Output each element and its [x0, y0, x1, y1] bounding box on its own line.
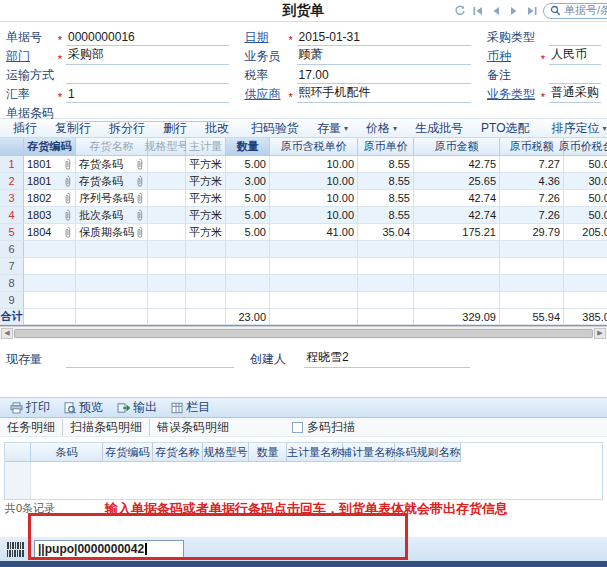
multicode-scan-checkbox[interactable] [292, 422, 303, 433]
first-page-icon[interactable] [471, 4, 485, 18]
cell-name[interactable] [76, 275, 148, 292]
column-header-tax_price[interactable]: 原币含税单价 [270, 138, 358, 156]
cell-code[interactable] [24, 275, 76, 292]
cell-total[interactable] [564, 275, 607, 292]
field-label[interactable]: 部门 [6, 48, 54, 65]
cell-tax_price[interactable] [270, 241, 358, 258]
cell-price[interactable]: 8.55 [358, 173, 414, 190]
cell-price[interactable] [358, 258, 414, 275]
row-number[interactable]: 1 [0, 156, 24, 173]
cell-price[interactable]: 8.55 [358, 190, 414, 207]
cell-code[interactable] [24, 241, 76, 258]
cell-unit[interactable] [186, 275, 226, 292]
row-number[interactable]: 8 [0, 275, 24, 292]
field-value[interactable] [549, 31, 601, 46]
cell-total[interactable] [564, 292, 607, 309]
columns-button[interactable]: 栏目 [165, 399, 216, 416]
cell-tax_price[interactable] [270, 292, 358, 309]
cell-amount[interactable] [414, 241, 500, 258]
scan-column-header[interactable]: 辅计量名称 [343, 443, 395, 462]
cell-tax[interactable]: 4.36 [500, 173, 564, 190]
cell-spec[interactable] [148, 275, 186, 292]
column-header-amount[interactable]: 原币金额 [414, 138, 500, 156]
cell-amount[interactable] [414, 292, 500, 309]
cell-code[interactable]: 1801 [24, 173, 76, 190]
cell-price[interactable]: 35.04 [358, 224, 414, 241]
cell-price[interactable] [358, 275, 414, 292]
cell-spec[interactable] [148, 258, 186, 275]
cell-tax_price[interactable] [270, 275, 358, 292]
prev-page-icon[interactable] [489, 4, 503, 18]
cell-code[interactable]: 1801 [24, 156, 76, 173]
export-button[interactable]: 输出 [111, 399, 163, 416]
cell-unit[interactable]: 平方米 [186, 156, 226, 173]
cell-qty[interactable]: 5.00 [226, 190, 270, 207]
row-number[interactable]: 5 [0, 224, 24, 241]
onhand-value[interactable] [66, 353, 234, 368]
scan-column-header[interactable]: 数量 [249, 443, 287, 462]
column-header-num[interactable] [0, 138, 24, 156]
barcode-scan-input[interactable]: ||pupo|0000000042 [34, 540, 184, 559]
field-value[interactable]: 熙环手机配件 [297, 84, 471, 103]
cell-unit[interactable] [186, 292, 226, 309]
preview-button[interactable]: 预览 [58, 399, 109, 416]
grid-toolbar-button[interactable]: 排序定位▾ [542, 120, 607, 137]
cell-tax[interactable]: 29.79 [500, 224, 564, 241]
column-header-total[interactable]: 原币价税合计 [564, 138, 607, 156]
cell-spec[interactable] [148, 173, 186, 190]
cell-tax[interactable]: 7.27 [500, 156, 564, 173]
cell-tax_price[interactable] [270, 258, 358, 275]
cell-qty[interactable]: 5.00 [226, 207, 270, 224]
cell-total[interactable] [564, 241, 607, 258]
cell-code[interactable] [24, 258, 76, 275]
scroll-right-icon[interactable]: ▶ [594, 328, 606, 339]
cell-name[interactable] [76, 258, 148, 275]
cell-unit[interactable] [186, 241, 226, 258]
cell-spec[interactable] [148, 156, 186, 173]
cell-amount[interactable]: 25.65 [414, 173, 500, 190]
row-number[interactable]: 6 [0, 241, 24, 258]
cell-amount[interactable]: 42.74 [414, 207, 500, 224]
cell-name[interactable]: 批次条码 [76, 207, 148, 224]
cell-amount[interactable] [414, 258, 500, 275]
cell-tax[interactable] [500, 258, 564, 275]
cell-price[interactable] [358, 241, 414, 258]
cell-total[interactable] [564, 258, 607, 275]
column-header-qty[interactable]: 数量 [226, 138, 270, 156]
row-number[interactable]: 4 [0, 207, 24, 224]
grid-toolbar-button[interactable]: 扫码验货 [242, 120, 308, 137]
cell-unit[interactable]: 平方米 [186, 190, 226, 207]
cell-code[interactable]: 1804 [24, 224, 76, 241]
cell-code[interactable] [24, 292, 76, 309]
scan-column-header[interactable]: 规格型号 [203, 443, 249, 462]
cell-tax[interactable] [500, 275, 564, 292]
grid-toolbar-button[interactable]: 插行 [4, 120, 46, 137]
cell-spec[interactable] [148, 207, 186, 224]
cell-total[interactable]: 50.00 [564, 190, 607, 207]
last-page-icon[interactable] [525, 4, 539, 18]
cell-name[interactable] [76, 241, 148, 258]
row-number[interactable]: 9 [0, 292, 24, 309]
column-header-spec[interactable]: 规格型号 [148, 138, 186, 156]
cell-unit[interactable]: 平方米 [186, 224, 226, 241]
cell-qty[interactable]: 5.00 [226, 156, 270, 173]
scan-column-header[interactable]: 存货名称 [153, 443, 203, 462]
column-header-name[interactable]: 存货名称 [76, 138, 148, 156]
grid-toolbar-button[interactable]: 批改 [196, 120, 238, 137]
scroll-left-icon[interactable]: ◀ [1, 328, 13, 339]
cell-tax_price[interactable]: 10.00 [270, 173, 358, 190]
field-value[interactable]: 采购部 [66, 46, 229, 65]
refresh-icon[interactable] [453, 4, 467, 18]
field-value[interactable]: 人民币 [549, 46, 601, 65]
row-number[interactable]: 7 [0, 258, 24, 275]
scan-column-header[interactable]: 条码 [31, 443, 103, 462]
scan-column-header[interactable]: 条码规则名称 [395, 443, 461, 462]
cell-total[interactable]: 30.01 [564, 173, 607, 190]
column-header-code[interactable]: 存货编码 [24, 138, 76, 156]
cell-amount[interactable] [414, 275, 500, 292]
grid-toolbar-button[interactable]: 存量▾ [308, 120, 357, 137]
cell-name[interactable]: 存货条码 [76, 156, 148, 173]
cell-price[interactable]: 8.55 [358, 156, 414, 173]
cell-qty[interactable]: 3.00 [226, 173, 270, 190]
tab-1[interactable]: 扫描条码明细 [63, 419, 150, 436]
